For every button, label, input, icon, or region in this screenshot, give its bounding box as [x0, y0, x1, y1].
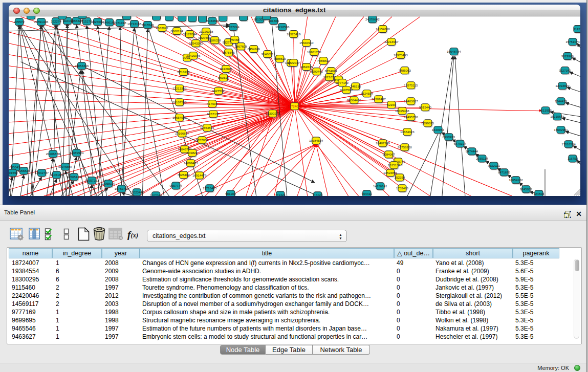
svg-text:10654122: 10654122: [509, 178, 523, 181]
svg-text:10210643: 10210643: [550, 114, 564, 118]
svg-text:349822: 349822: [187, 150, 198, 154]
svg-text:9329966: 9329966: [561, 54, 574, 57]
svg-text:8186328: 8186328: [208, 38, 221, 41]
svg-text:16713155: 16713155: [127, 21, 141, 25]
svg-text:7515546: 7515546: [141, 23, 154, 26]
svg-text:13716485: 13716485: [202, 186, 216, 189]
svg-text:7632021: 7632021: [487, 163, 500, 167]
svg-text:7588520: 7588520: [273, 56, 286, 60]
svg-text:15692951: 15692951: [554, 127, 568, 131]
svg-text:9657774: 9657774: [169, 183, 182, 187]
svg-text:14136141: 14136141: [373, 184, 387, 187]
svg-text:715276: 715276: [81, 19, 92, 23]
svg-text:215301: 215301: [312, 193, 323, 195]
svg-text:19384554: 19384554: [309, 138, 323, 142]
svg-text:17016504: 17016504: [561, 142, 576, 145]
svg-text:6497568: 6497568: [340, 87, 353, 91]
svg-text:2867608: 2867608: [234, 44, 247, 48]
svg-text:1640954: 1640954: [431, 127, 444, 131]
svg-text:8660124: 8660124: [170, 29, 183, 32]
svg-text:20053346: 20053346: [74, 63, 89, 67]
svg-text:23226058: 23226058: [199, 29, 213, 33]
svg-text:16648784: 16648784: [447, 49, 461, 53]
svg-text:18724007: 18724007: [287, 104, 301, 107]
svg-text:2718129: 2718129: [177, 70, 190, 73]
svg-text:17957253: 17957253: [84, 178, 99, 182]
svg-text:18325419: 18325419: [286, 32, 300, 35]
svg-text:19300273: 19300273: [265, 111, 279, 115]
svg-text:1624554: 1624554: [360, 91, 373, 95]
svg-text:16961758: 16961758: [307, 50, 321, 53]
svg-text:39129544: 39129544: [182, 32, 197, 35]
svg-text:15640910: 15640910: [299, 40, 313, 44]
svg-text:1362615: 1362615: [300, 64, 313, 68]
svg-text:20756928: 20756928: [398, 145, 412, 148]
svg-text:7485063: 7485063: [398, 68, 411, 72]
svg-text:14495758: 14495758: [404, 115, 418, 118]
svg-text:8990443: 8990443: [310, 69, 323, 73]
svg-text:7663822: 7663822: [156, 26, 168, 29]
svg-text:19463627: 19463627: [404, 99, 418, 102]
svg-text:10958197: 10958197: [101, 181, 115, 185]
svg-text:1615132: 1615132: [387, 163, 400, 166]
svg-text:24378642: 24378642: [365, 17, 380, 20]
svg-text:6734024: 6734024: [324, 69, 337, 72]
svg-text:8471676: 8471676: [497, 170, 510, 173]
svg-text:6479197: 6479197: [453, 141, 466, 145]
svg-text:1733426: 1733426: [396, 186, 408, 189]
svg-text:23420046: 23420046: [186, 53, 200, 57]
svg-text:19218506: 19218506: [275, 25, 289, 28]
svg-text:7857224: 7857224: [227, 25, 239, 28]
svg-text:18407249: 18407249: [376, 141, 390, 144]
svg-text:981202: 981202: [225, 191, 236, 195]
svg-text:8454749: 8454749: [247, 47, 260, 50]
svg-text:1327602: 1327602: [91, 19, 104, 23]
svg-text:9515440: 9515440: [419, 105, 431, 108]
svg-text:771421: 771421: [275, 192, 286, 195]
svg-text:2935114: 2935114: [476, 156, 488, 160]
svg-text:13942737: 13942737: [34, 170, 49, 174]
svg-text:1244419: 1244419: [554, 99, 567, 102]
svg-text:(x): (x): [131, 232, 139, 239]
svg-text:12023446: 12023446: [129, 190, 144, 193]
svg-text:205572: 205572: [14, 19, 25, 23]
svg-text:62160: 62160: [387, 102, 396, 106]
svg-text:1071918: 1071918: [114, 20, 126, 24]
svg-text:12505135: 12505135: [67, 174, 81, 178]
svg-text:9245032: 9245032: [519, 187, 532, 190]
svg-text:19166857: 19166857: [175, 131, 189, 135]
svg-text:10543342: 10543342: [188, 41, 203, 45]
svg-text:352254: 352254: [394, 175, 405, 179]
svg-text:260314: 260314: [218, 75, 229, 79]
svg-text:90975887: 90975887: [58, 164, 72, 168]
svg-text:14099483: 14099483: [183, 161, 198, 164]
svg-text:3857834: 3857834: [195, 138, 208, 141]
svg-text:9242845: 9242845: [220, 67, 232, 70]
svg-text:10307487: 10307487: [372, 97, 386, 100]
svg-text:3875645: 3875645: [222, 50, 235, 54]
svg-text:16914479: 16914479: [192, 173, 206, 177]
svg-text:9227342: 9227342: [558, 68, 571, 72]
svg-text:8213955: 8213955: [539, 108, 552, 112]
svg-text:10154808: 10154808: [376, 27, 390, 30]
svg-text:13654923: 13654923: [400, 129, 415, 133]
svg-text:116753: 116753: [567, 156, 578, 160]
svg-text:13524851: 13524851: [383, 170, 398, 174]
svg-text:9084067: 9084067: [382, 152, 395, 156]
svg-text:12353594: 12353594: [200, 125, 214, 129]
svg-text:391592: 391592: [9, 170, 18, 174]
svg-text:8267130: 8267130: [207, 112, 220, 115]
svg-text:9474444: 9474444: [465, 149, 478, 152]
svg-text:924503: 924503: [533, 191, 544, 195]
svg-text:1322037: 1322037: [287, 60, 300, 64]
svg-text:85041: 85041: [11, 165, 20, 168]
svg-text:16107563: 16107563: [172, 100, 186, 103]
svg-text:1202344: 1202344: [149, 193, 162, 195]
svg-text:746216: 746216: [350, 84, 361, 87]
svg-text:13975115: 13975115: [404, 83, 418, 86]
svg-text:12359924: 12359924: [69, 150, 83, 154]
svg-text:10782759: 10782759: [114, 186, 128, 190]
svg-text:7625402: 7625402: [177, 172, 190, 176]
svg-text:19654982: 19654982: [172, 115, 186, 119]
svg-text:0699695: 0699695: [421, 121, 434, 124]
